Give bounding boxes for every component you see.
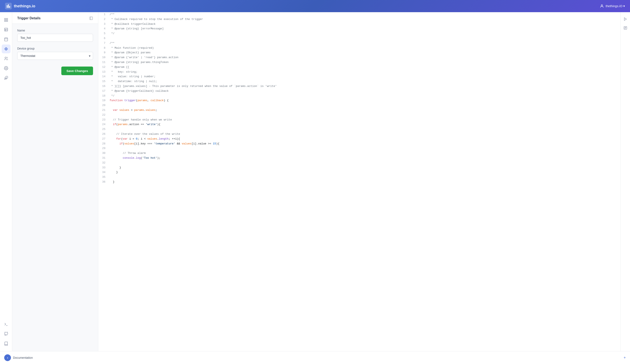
svg-rect-25 [90, 17, 92, 20]
svg-rect-4 [4, 20, 6, 22]
code-line: 6 [98, 36, 620, 41]
line-content: * @param {triggerCallback} callback [109, 89, 620, 93]
user-menu[interactable]: thethings.iO ▾ [600, 4, 625, 8]
svg-rect-3 [6, 18, 8, 20]
device-group-form-group: Device group Thermostat ▾ [17, 47, 93, 60]
sidebar-item-table[interactable] [2, 25, 10, 34]
code-line: 16 * }[]} [params.values] - This paramet… [98, 84, 620, 89]
svg-marker-29 [624, 18, 626, 20]
device-group-label: Device group [17, 47, 93, 50]
code-line: 10 * @param {'write' | 'read'} params.ac… [98, 55, 620, 60]
svg-point-14 [6, 48, 6, 49]
svg-point-21 [6, 68, 6, 69]
line-number: 2 [98, 17, 109, 22]
device-group-select[interactable]: Thermostat [17, 52, 93, 60]
line-number: 35 [98, 175, 109, 179]
line-content: /** [109, 41, 620, 45]
line-content: } [109, 166, 620, 170]
sidebar-top [2, 15, 10, 82]
line-number: 18 [98, 94, 109, 98]
code-line: 33 } [98, 165, 620, 170]
line-content: * Main function (required) [109, 46, 620, 50]
line-number: 22 [98, 113, 109, 117]
sidebar-item-settings[interactable] [2, 64, 10, 73]
svg-rect-10 [4, 38, 8, 41]
sidebar-item-puzzle[interactable] [2, 73, 10, 82]
code-line: 29 [98, 146, 620, 151]
code-line: 21 var values = params.values; [98, 108, 620, 113]
run-icon[interactable] [622, 15, 629, 23]
sidebar-item-calendar[interactable] [2, 35, 10, 44]
code-line: 23 // Trigger handle only when we write [98, 118, 620, 122]
code-editor[interactable]: 1/**2 * Callback required to stop the ex… [98, 12, 620, 352]
code-line: 14 * value: string | number; [98, 74, 620, 79]
line-number: 28 [98, 142, 109, 146]
line-content: var values = params.values; [109, 108, 620, 112]
svg-point-1 [601, 4, 602, 6]
code-line: 32 [98, 161, 620, 165]
document-icon[interactable] [622, 24, 629, 31]
user-label: thethings.iO ▾ [606, 4, 625, 8]
svg-rect-2 [4, 18, 6, 20]
line-number: 21 [98, 108, 109, 112]
name-input[interactable] [17, 34, 93, 42]
code-line: 36 } [98, 180, 620, 185]
code-line: 24 if(params.action == 'write'){ [98, 122, 620, 127]
line-content: function trigger(params, callback) { [109, 98, 620, 103]
code-line: 8 * Main function (required) [98, 46, 620, 51]
line-number: 32 [98, 161, 109, 165]
line-content: * key: string; [109, 70, 620, 74]
save-changes-left-button[interactable]: Save Changes [61, 66, 93, 75]
editor-area: 1/**2 * Callback required to stop the ex… [98, 12, 620, 364]
code-line: 11 * @param {string} params.thingToken [98, 60, 620, 65]
line-number: 30 [98, 151, 109, 156]
line-content: * Callback required to stop the executio… [109, 17, 620, 22]
line-number: 14 [98, 74, 109, 79]
left-panel-content: Name Device group Thermostat ▾ Save Chan… [12, 24, 98, 80]
line-content [109, 161, 620, 165]
code-line: 27 for(var i = 0; i < values.length; ++i… [98, 137, 620, 141]
line-number: 15 [98, 79, 109, 84]
line-content: * datetime: string | null; [109, 79, 620, 84]
sidebar-item-triggers[interactable] [2, 44, 10, 53]
line-number: 20 [98, 103, 109, 108]
line-content: /** [109, 12, 620, 17]
doc-label: Documentation [13, 356, 33, 360]
sidebar-item-terminal[interactable] [2, 320, 10, 329]
code-line: 25 [98, 127, 620, 132]
minimize-icon[interactable] [89, 16, 93, 20]
line-content: * value: string | number; [109, 74, 620, 79]
right-panel [620, 12, 630, 364]
line-number: 6 [98, 36, 109, 41]
app-logo[interactable]: thethings.io [5, 3, 35, 9]
line-content: // Iterate over the values of the write [109, 132, 620, 136]
sidebar-item-github[interactable] [2, 330, 10, 338]
left-panel: Trigger Details Name Device group Thermo… [12, 12, 98, 364]
line-content: * @param {Object} params [109, 51, 620, 55]
code-line: 22 [98, 113, 620, 118]
line-content: * @param {{ [109, 65, 620, 69]
line-content [109, 103, 620, 108]
svg-point-20 [5, 57, 6, 58]
line-content: */ [109, 94, 620, 98]
line-content [109, 146, 620, 151]
line-number: 31 [98, 156, 109, 160]
panel-title: Trigger Details [17, 16, 40, 20]
code-line: 19function trigger(params, callback) { [98, 98, 620, 103]
code-line: 7/** [98, 41, 620, 46]
sidebar-item-users[interactable] [2, 54, 10, 63]
line-number: 36 [98, 180, 109, 184]
line-content: */ [109, 31, 620, 36]
sidebar [0, 12, 12, 364]
line-content: for(var i = 0; i < values.length; ++i){ [109, 137, 620, 141]
code-line: 30 // Throw alarm [98, 151, 620, 156]
code-line: 20 [98, 103, 620, 108]
line-content: * @param {string} params.thingToken [109, 60, 620, 65]
sidebar-item-dashboard[interactable] [2, 15, 10, 24]
code-line: 15 * datetime: string | null; [98, 79, 620, 84]
sidebar-item-book[interactable] [2, 339, 10, 348]
line-number: 5 [98, 31, 109, 36]
line-content: // Throw alarm [109, 151, 620, 156]
sidebar-bottom [2, 320, 10, 348]
code-line: 35 [98, 175, 620, 180]
